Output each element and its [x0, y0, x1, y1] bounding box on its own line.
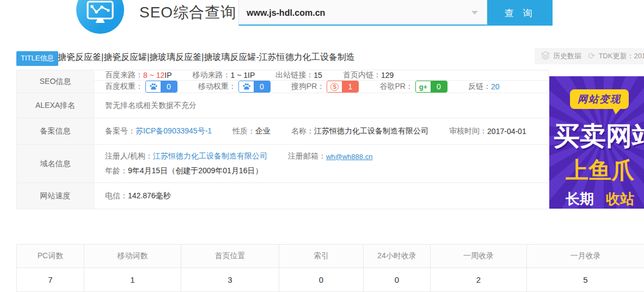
site-logo — [76, 0, 124, 34]
ad-footline: 长期收站 — [566, 190, 634, 209]
history-data-label: 历史数据 — [553, 51, 581, 61]
query-button[interactable]: 查 询 — [487, 0, 553, 26]
mobile-traffic-unit: IP — [248, 71, 255, 80]
seo-info-table: SEO信息 百度来路：8 ~ 12 IP 移动来路：1 ~ 1 IP 出站链接：… — [16, 70, 549, 209]
google-pr-badge[interactable]: g+ 0 — [415, 81, 447, 93]
homepage-links-value: 129 — [381, 71, 394, 80]
stats-header-index: 索引 — [279, 245, 364, 268]
ad-footline-white: 长期 — [566, 191, 594, 207]
sogou-icon: S — [330, 83, 339, 91]
alexa-value: 暂无排名或相关数据不充分 — [105, 101, 197, 111]
domain-row: 域名信息 注册人/机构：江苏恒德力化工设备制造有限公司 注册邮箱：wh@wh88… — [17, 144, 548, 182]
mobile-weight-badge[interactable]: 0 — [238, 81, 271, 93]
monitor-chart-icon — [87, 1, 114, 27]
icp-name-label: 名称： — [291, 126, 314, 136]
sogou-pr-badge[interactable]: S 1 — [327, 81, 359, 93]
speed-row: 网站速度 电信：142.876毫秒 — [17, 182, 548, 209]
stats-table: PC词数 移动词数 首页位置 索引 24小时收录 一周收录 一月收录 7 1 3… — [16, 244, 644, 292]
stats-header-pc-words: PC词数 — [17, 245, 84, 268]
seo-traffic-line: 百度来路：8 ~ 12 IP 移动来路：1 ~ 1 IP 出站链接：15 首页内… — [94, 70, 548, 80]
mobile-traffic-label: 移动来路： — [193, 70, 231, 80]
domain-line-age: 年龄：9年4月15日（创建于2009年01月16日） — [105, 166, 548, 176]
sogou-pr-value: 1 — [342, 81, 358, 92]
baidu-paw-icon — [146, 81, 161, 92]
stats-value-pc-words: 7 — [17, 268, 84, 292]
sogou-pr-label: 搜狗PR： — [291, 82, 324, 92]
seo-weight-line: 百度权重： 0 移动权重： 0 — [94, 80, 548, 93]
icp-number-link[interactable]: 苏ICP备09033945号-1 — [136, 126, 212, 136]
stats-header-week: 一周收录 — [431, 245, 527, 268]
ad-footline-yellow: 收站 — [606, 191, 634, 207]
stats-value-24h: 0 — [364, 268, 431, 292]
speed-telecom-label: 电信： — [105, 191, 128, 201]
registrant-link[interactable]: 江苏恒德力化工设备制造有限公司 — [153, 151, 267, 161]
email-link[interactable]: wh@wh888.cn — [326, 153, 372, 161]
domain-age-value: 9年4月15日（创建于2009年01月16日） — [128, 166, 262, 176]
alexa-row: ALEXA排名 暂无排名或相关数据不充分 — [17, 93, 548, 118]
registrant-label: 注册人/机构： — [105, 151, 153, 161]
ad-banner[interactable]: 网站变现 买卖网站 上鱼爪 长期收站 — [549, 76, 644, 209]
stats-value-week: 2 — [431, 268, 527, 292]
google-pr-value: 0 — [431, 81, 447, 92]
icp-nature-label: 性质： — [232, 126, 255, 136]
email-label: 注册邮箱： — [288, 151, 326, 161]
domain-line-registrant: 注册人/机构：江苏恒德力化工设备制造有限公司 注册邮箱：wh@wh888.cn — [105, 151, 548, 161]
stats-header-24h: 24小时收录 — [364, 245, 431, 268]
baidu-traffic-value: 8 ~ 12 — [143, 71, 164, 80]
row-label-domain: 域名信息 — [17, 145, 94, 182]
stats-value-index: 0 — [279, 268, 364, 292]
backlinks-link[interactable]: 20 — [491, 82, 500, 91]
outbound-links-label: 出站链接： — [275, 70, 314, 80]
seo-row: SEO信息 百度来路：8 ~ 12 IP 移动来路：1 ~ 1 IP 出站链接：… — [17, 70, 548, 93]
icp-number-label: 备案号： — [105, 126, 136, 136]
site-title-text: 搪瓷反应釜|搪瓷反应罐|搪玻璃反应釜|搪玻璃反应罐-江苏恒德力化工设备制造 — [58, 52, 355, 63]
search-input[interactable] — [239, 0, 487, 25]
domain-age-label: 年龄： — [105, 166, 128, 176]
baidu-traffic-label: 百度来路： — [105, 70, 143, 80]
stats-value-month: 5 — [527, 268, 644, 292]
row-label-speed: 网站速度 — [17, 183, 94, 209]
backlinks-label: 反链： — [468, 82, 491, 92]
page-title: SEO综合查询 — [139, 2, 236, 23]
layers-icon — [541, 51, 550, 62]
mobile-weight-value: 0 — [254, 81, 270, 92]
stats-value-home-position: 3 — [181, 268, 279, 292]
ad-headline: 买卖网站 — [554, 119, 644, 154]
homepage-links-label: 首页内链： — [343, 70, 381, 80]
search-box — [238, 0, 487, 26]
refresh-icon: ⟳ — [588, 52, 595, 60]
stats-header-mobile-words: 移动词数 — [84, 245, 181, 268]
icp-nature-value: 企业 — [255, 126, 271, 136]
google-pr-label: 谷歌PR： — [379, 82, 413, 92]
title-info-badge: TITLE信息 — [16, 51, 58, 66]
row-label-seo: SEO信息 — [17, 70, 94, 93]
icp-name-value: 江苏恒德力化工设备制造有限公司 — [314, 126, 428, 136]
icp-audit-label: 审核时间： — [449, 126, 487, 136]
baidu-weight-value: 0 — [161, 81, 177, 92]
baidu-weight-label: 百度权重： — [105, 82, 143, 92]
mobile-paw-icon — [239, 81, 254, 92]
mobile-traffic-value: 1 ~ 1 — [231, 71, 248, 80]
row-label-icp: 备案信息 — [17, 118, 94, 144]
row-label-alexa: ALEXA排名 — [17, 93, 94, 118]
mobile-weight-label: 移动权重： — [198, 82, 236, 92]
icp-audit-value: 2017-04-01 — [487, 127, 526, 136]
stats-header-month: 一月收录 — [527, 245, 644, 268]
baidu-weight-badge[interactable]: 0 — [145, 81, 177, 93]
stats-value-mobile-words: 1 — [84, 268, 181, 292]
google-plus-icon: g+ — [419, 83, 428, 91]
speed-telecom-value: 142.876毫秒 — [128, 191, 171, 201]
tdk-update-button[interactable]: ⟳ TDK更新：2018 — [581, 48, 644, 64]
ad-bubble: 网站变现 — [570, 89, 629, 109]
outbound-links-value: 15 — [314, 71, 322, 80]
tdk-update-label: TDK更新：2018 — [598, 51, 644, 61]
ad-subline: 上鱼爪 — [566, 155, 634, 186]
dropdown-caret-icon[interactable] — [471, 11, 478, 15]
stats-header-home-position: 首页位置 — [181, 245, 279, 268]
history-data-button[interactable]: 历史数据 — [535, 48, 588, 64]
icp-row: 备案信息 备案号：苏ICP备09033945号-1 性质：企业 名称：江苏恒德力… — [17, 118, 548, 144]
baidu-traffic-unit: IP — [164, 71, 171, 80]
